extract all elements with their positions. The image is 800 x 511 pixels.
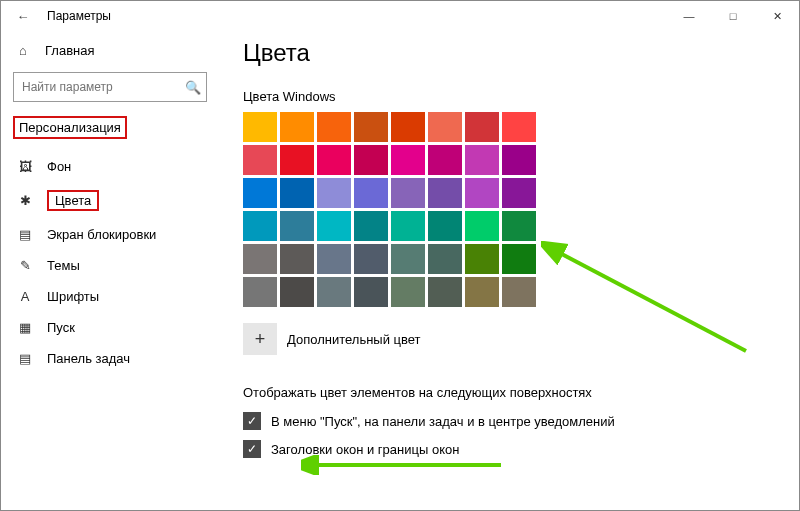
color-swatch[interactable] (317, 178, 351, 208)
color-swatch[interactable] (465, 277, 499, 307)
window-body: ⌂ Главная 🔍 Персонализация 🖼 Фон ✱ Цвета… (1, 31, 799, 510)
color-swatch[interactable] (502, 277, 536, 307)
color-swatch[interactable] (243, 145, 277, 175)
color-swatch[interactable] (354, 211, 388, 241)
color-swatch[interactable] (502, 112, 536, 142)
color-swatch[interactable] (243, 211, 277, 241)
color-swatch[interactable] (428, 244, 462, 274)
sidebar-item-background[interactable]: 🖼 Фон (13, 151, 207, 182)
search-icon: 🔍 (180, 80, 206, 95)
checkbox-icon: ✓ (243, 412, 261, 430)
sidebar-item-label: Шрифты (47, 289, 99, 304)
color-swatch[interactable] (243, 277, 277, 307)
checkbox-start-taskbar[interactable]: ✓ В меню "Пуск", на панели задач и в цен… (243, 412, 775, 430)
color-swatch[interactable] (391, 277, 425, 307)
sidebar-item-start[interactable]: ▦ Пуск (13, 312, 207, 343)
color-swatch[interactable] (465, 244, 499, 274)
color-swatch[interactable] (391, 178, 425, 208)
color-swatch[interactable] (317, 244, 351, 274)
color-swatch[interactable] (280, 112, 314, 142)
sidebar-item-label: Темы (47, 258, 80, 273)
color-swatch[interactable] (502, 145, 536, 175)
color-swatch[interactable] (280, 277, 314, 307)
back-icon[interactable]: ← (13, 9, 33, 24)
home-label: Главная (45, 43, 94, 58)
color-swatch[interactable] (317, 112, 351, 142)
sidebar-item-label: Экран блокировки (47, 227, 156, 242)
add-color-row[interactable]: + Дополнительный цвет (243, 323, 775, 355)
color-swatch[interactable] (465, 178, 499, 208)
color-swatch[interactable] (354, 277, 388, 307)
color-swatch[interactable] (354, 244, 388, 274)
sidebar-item-label: Фон (47, 159, 71, 174)
color-swatch[interactable] (280, 145, 314, 175)
palette-icon: ✱ (17, 193, 33, 208)
checkbox-label: Заголовки окон и границы окон (271, 442, 459, 457)
sidebar: ⌂ Главная 🔍 Персонализация 🖼 Фон ✱ Цвета… (1, 31, 219, 510)
color-swatch[interactable] (465, 211, 499, 241)
minimize-button[interactable]: ― (667, 1, 711, 31)
color-swatch[interactable] (391, 211, 425, 241)
window-title: Параметры (47, 9, 111, 23)
color-swatch[interactable] (391, 112, 425, 142)
sidebar-item-label: Цвета (47, 190, 99, 211)
page-heading: Цвета (243, 39, 775, 67)
checkbox-icon: ✓ (243, 440, 261, 458)
color-swatch[interactable] (428, 145, 462, 175)
taskbar-icon: ▤ (17, 351, 33, 366)
color-swatch[interactable] (354, 112, 388, 142)
themes-icon: ✎ (17, 258, 33, 273)
plus-icon: + (243, 323, 277, 355)
color-swatch[interactable] (317, 211, 351, 241)
search-box[interactable]: 🔍 (13, 72, 207, 102)
close-button[interactable]: ✕ (755, 1, 799, 31)
content-area: Цвета Цвета Windows + Дополнительный цве… (219, 31, 799, 510)
sidebar-item-label: Пуск (47, 320, 75, 335)
color-swatch[interactable] (280, 211, 314, 241)
lock-screen-icon: ▤ (17, 227, 33, 242)
color-swatch[interactable] (428, 211, 462, 241)
checkbox-title-bars[interactable]: ✓ Заголовки окон и границы окон (243, 440, 775, 458)
category-label: Персонализация (13, 116, 127, 139)
color-swatch[interactable] (317, 277, 351, 307)
sidebar-item-taskbar[interactable]: ▤ Панель задач (13, 343, 207, 374)
search-input[interactable] (14, 80, 180, 94)
surfaces-label: Отображать цвет элементов на следующих п… (243, 385, 775, 400)
color-swatch[interactable] (391, 145, 425, 175)
fonts-icon: A (17, 289, 33, 304)
home-icon: ⌂ (15, 43, 31, 58)
color-swatch[interactable] (354, 178, 388, 208)
color-swatch[interactable] (243, 112, 277, 142)
sidebar-item-themes[interactable]: ✎ Темы (13, 250, 207, 281)
color-swatch[interactable] (280, 244, 314, 274)
color-swatch[interactable] (502, 244, 536, 274)
color-swatch[interactable] (243, 244, 277, 274)
color-swatch[interactable] (428, 178, 462, 208)
checkbox-label: В меню "Пуск", на панели задач и в центр… (271, 414, 615, 429)
color-swatch[interactable] (502, 211, 536, 241)
sidebar-item-lockscreen[interactable]: ▤ Экран блокировки (13, 219, 207, 250)
color-swatch[interactable] (465, 145, 499, 175)
add-color-label: Дополнительный цвет (287, 332, 421, 347)
sidebar-item-colors[interactable]: ✱ Цвета (13, 182, 207, 219)
color-swatch[interactable] (428, 112, 462, 142)
color-swatch[interactable] (391, 244, 425, 274)
color-swatch[interactable] (243, 178, 277, 208)
color-swatch[interactable] (502, 178, 536, 208)
color-swatch[interactable] (428, 277, 462, 307)
nav-list: 🖼 Фон ✱ Цвета ▤ Экран блокировки ✎ Темы … (13, 151, 207, 374)
color-swatch[interactable] (280, 178, 314, 208)
sidebar-item-fonts[interactable]: A Шрифты (13, 281, 207, 312)
palette-label: Цвета Windows (243, 89, 775, 104)
color-palette (243, 112, 775, 307)
settings-window: { "window": { "title": "Параметры" }, "s… (0, 0, 800, 511)
title-bar: ← Параметры ― □ ✕ (1, 1, 799, 31)
maximize-button[interactable]: □ (711, 1, 755, 31)
color-swatch[interactable] (317, 145, 351, 175)
start-icon: ▦ (17, 320, 33, 335)
window-controls: ― □ ✕ (667, 1, 799, 31)
color-swatch[interactable] (465, 112, 499, 142)
picture-icon: 🖼 (17, 159, 33, 174)
home-link[interactable]: ⌂ Главная (13, 39, 207, 62)
color-swatch[interactable] (354, 145, 388, 175)
